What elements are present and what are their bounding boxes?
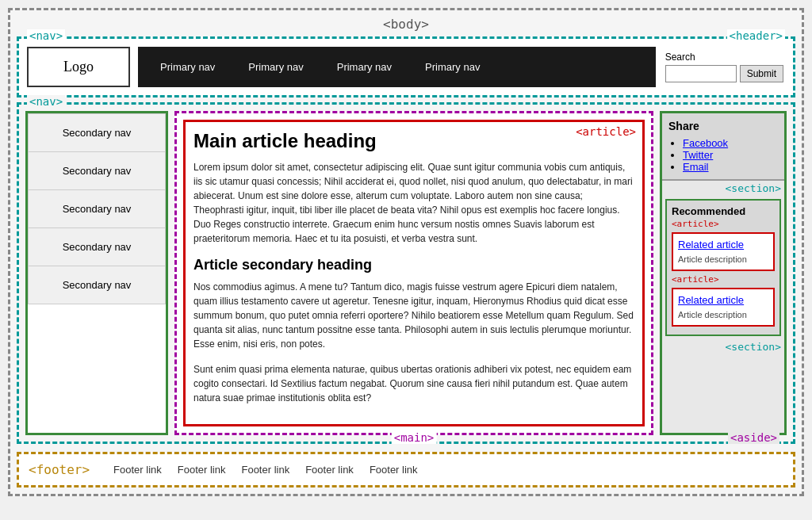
twitter-link[interactable]: Twitter <box>683 149 713 161</box>
nav-header-label: <nav> <box>27 29 65 42</box>
body-label: <body> <box>17 17 795 32</box>
share-facebook[interactable]: Facebook <box>683 137 778 149</box>
logo-area: Logo <box>27 47 130 87</box>
article-body-2: Nos commodius agimus. A mene tu? Tantum … <box>193 280 634 351</box>
article-mini-label-2: <article> <box>672 274 775 285</box>
share-title: Share <box>668 120 778 132</box>
footer-link-3[interactable]: Footer link <box>241 464 289 476</box>
share-list: Facebook Twitter Email <box>668 137 778 173</box>
main-label: <main> <box>392 431 437 444</box>
related-article-desc-1: Article description <box>678 254 747 264</box>
section-label-top: <section> <box>662 181 784 196</box>
share-email[interactable]: Email <box>683 161 778 173</box>
recommended-box: Recommended <article> Related article Ar… <box>665 199 781 336</box>
nav-left-label: <nav> <box>27 95 65 108</box>
body-wrapper: <body> <nav> <header> Logo Primary nav P… <box>8 8 804 496</box>
search-row: Submit <box>665 65 783 82</box>
email-link[interactable]: Email <box>683 161 709 173</box>
search-area: Search Submit <box>656 39 793 95</box>
article-mini-label-1: <article> <box>672 219 775 229</box>
article-heading: Main article heading <box>193 130 634 152</box>
share-twitter[interactable]: Twitter <box>683 149 778 161</box>
search-input[interactable] <box>665 65 737 82</box>
primary-nav-btn-4[interactable]: Primary nav <box>411 55 494 79</box>
secondary-nav-item-3[interactable]: Secondary nav <box>28 189 166 228</box>
related-article-desc-2: Article description <box>678 310 747 319</box>
primary-nav-bar: Primary nav Primary nav Primary nav Prim… <box>138 47 656 87</box>
related-article-box-1: Related article Article description <box>672 232 775 271</box>
footer-link-5[interactable]: Footer link <box>370 464 418 476</box>
main-article-wrapper: <article> Main article heading Lorem ips… <box>174 111 653 435</box>
header-nav-row: <nav> <header> Logo Primary nav Primary … <box>17 36 795 98</box>
footer-links: Footer link Footer link Footer link Foot… <box>113 464 418 476</box>
article-body-1: Lorem ipsum dolor sit amet, consectetur … <box>193 160 634 246</box>
footer-link-1[interactable]: Footer link <box>113 464 162 476</box>
article-box: <article> Main article heading Lorem ips… <box>183 120 645 426</box>
share-section: Share Facebook Twitter Email <box>662 113 784 181</box>
secondary-nav-item-4[interactable]: Secondary nav <box>28 228 166 266</box>
search-button[interactable]: Submit <box>740 65 783 82</box>
secondary-nav-col: Secondary nav Secondary nav Secondary na… <box>25 111 168 435</box>
secondary-nav-item-1[interactable]: Secondary nav <box>28 113 166 151</box>
article-body-3: Sunt enim quasi prima elementa naturae, … <box>193 362 634 405</box>
related-article-link-2[interactable]: Related article <box>678 294 768 306</box>
footer-link-4[interactable]: Footer link <box>305 464 354 476</box>
footer-row: <footer> Footer link Footer link Footer … <box>17 452 795 488</box>
primary-nav-btn-3[interactable]: Primary nav <box>323 55 406 79</box>
secondary-nav-item-5[interactable]: Secondary nav <box>28 266 166 304</box>
aside-label: <aside> <box>728 431 779 444</box>
recommended-title: Recommended <box>672 205 775 217</box>
footer-label: <footer> <box>29 462 90 477</box>
primary-nav-btn-2[interactable]: Primary nav <box>234 55 317 79</box>
main-content-row: <nav> Secondary nav Secondary nav Second… <box>17 102 795 444</box>
related-article-box-2: Related article Article description <box>672 288 775 327</box>
article-subheading: Article secondary heading <box>193 257 634 273</box>
facebook-link[interactable]: Facebook <box>683 137 728 149</box>
header-label: <header> <box>727 29 785 42</box>
article-label: <article> <box>576 125 636 138</box>
section-label-bottom: <section> <box>662 339 784 354</box>
related-article-link-1[interactable]: Related article <box>678 239 768 250</box>
logo-text: Logo <box>63 59 94 75</box>
search-label: Search <box>665 52 695 63</box>
aside-col: Share Facebook Twitter Email <section> R… <box>660 111 787 435</box>
primary-nav-btn-1[interactable]: Primary nav <box>146 55 229 79</box>
footer-link-2[interactable]: Footer link <box>178 464 226 476</box>
secondary-nav-item-2[interactable]: Secondary nav <box>28 151 166 189</box>
